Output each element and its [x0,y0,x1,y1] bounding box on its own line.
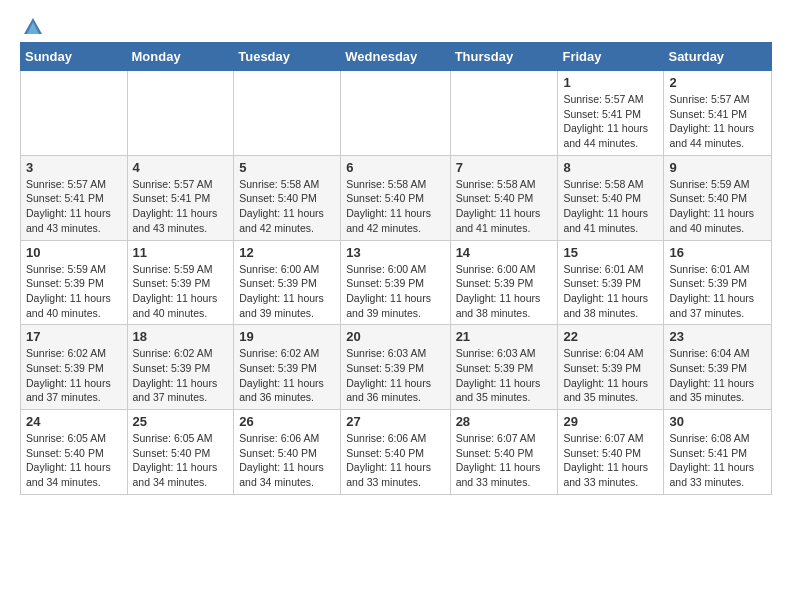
empty-day [341,71,450,156]
calendar-day-16: 16Sunrise: 6:01 AM Sunset: 5:39 PM Dayli… [664,240,772,325]
day-info: Sunrise: 5:59 AM Sunset: 5:39 PM Dayligh… [26,262,122,321]
weekday-header-sunday: Sunday [21,43,128,71]
calendar-day-10: 10Sunrise: 5:59 AM Sunset: 5:39 PM Dayli… [21,240,128,325]
empty-day [21,71,128,156]
day-number: 11 [133,245,229,260]
calendar-day-1: 1Sunrise: 5:57 AM Sunset: 5:41 PM Daylig… [558,71,664,156]
day-info: Sunrise: 6:01 AM Sunset: 5:39 PM Dayligh… [563,262,658,321]
day-info: Sunrise: 5:58 AM Sunset: 5:40 PM Dayligh… [346,177,444,236]
calendar-day-19: 19Sunrise: 6:02 AM Sunset: 5:39 PM Dayli… [234,325,341,410]
day-info: Sunrise: 6:02 AM Sunset: 5:39 PM Dayligh… [239,346,335,405]
logo [20,16,44,38]
day-number: 18 [133,329,229,344]
day-info: Sunrise: 5:59 AM Sunset: 5:40 PM Dayligh… [669,177,766,236]
day-number: 14 [456,245,553,260]
day-info: Sunrise: 6:07 AM Sunset: 5:40 PM Dayligh… [563,431,658,490]
day-number: 6 [346,160,444,175]
day-number: 29 [563,414,658,429]
calendar-week-row: 3Sunrise: 5:57 AM Sunset: 5:41 PM Daylig… [21,155,772,240]
calendar-week-row: 1Sunrise: 5:57 AM Sunset: 5:41 PM Daylig… [21,71,772,156]
day-number: 26 [239,414,335,429]
day-number: 28 [456,414,553,429]
calendar-day-20: 20Sunrise: 6:03 AM Sunset: 5:39 PM Dayli… [341,325,450,410]
day-info: Sunrise: 5:57 AM Sunset: 5:41 PM Dayligh… [26,177,122,236]
day-info: Sunrise: 6:03 AM Sunset: 5:39 PM Dayligh… [456,346,553,405]
day-info: Sunrise: 6:07 AM Sunset: 5:40 PM Dayligh… [456,431,553,490]
day-number: 5 [239,160,335,175]
weekday-header-monday: Monday [127,43,234,71]
calendar-day-24: 24Sunrise: 6:05 AM Sunset: 5:40 PM Dayli… [21,410,128,495]
day-number: 10 [26,245,122,260]
day-number: 25 [133,414,229,429]
day-info: Sunrise: 6:05 AM Sunset: 5:40 PM Dayligh… [26,431,122,490]
calendar-week-row: 24Sunrise: 6:05 AM Sunset: 5:40 PM Dayli… [21,410,772,495]
day-info: Sunrise: 5:57 AM Sunset: 5:41 PM Dayligh… [669,92,766,151]
calendar-day-22: 22Sunrise: 6:04 AM Sunset: 5:39 PM Dayli… [558,325,664,410]
calendar-day-28: 28Sunrise: 6:07 AM Sunset: 5:40 PM Dayli… [450,410,558,495]
day-number: 13 [346,245,444,260]
day-info: Sunrise: 6:00 AM Sunset: 5:39 PM Dayligh… [239,262,335,321]
calendar-day-5: 5Sunrise: 5:58 AM Sunset: 5:40 PM Daylig… [234,155,341,240]
day-number: 16 [669,245,766,260]
day-info: Sunrise: 5:57 AM Sunset: 5:41 PM Dayligh… [133,177,229,236]
page: SundayMondayTuesdayWednesdayThursdayFrid… [0,0,792,511]
calendar-table: SundayMondayTuesdayWednesdayThursdayFrid… [20,42,772,495]
calendar-day-11: 11Sunrise: 5:59 AM Sunset: 5:39 PM Dayli… [127,240,234,325]
weekday-header-wednesday: Wednesday [341,43,450,71]
day-info: Sunrise: 6:05 AM Sunset: 5:40 PM Dayligh… [133,431,229,490]
calendar-day-30: 30Sunrise: 6:08 AM Sunset: 5:41 PM Dayli… [664,410,772,495]
calendar-day-15: 15Sunrise: 6:01 AM Sunset: 5:39 PM Dayli… [558,240,664,325]
day-info: Sunrise: 5:58 AM Sunset: 5:40 PM Dayligh… [563,177,658,236]
day-number: 24 [26,414,122,429]
day-number: 2 [669,75,766,90]
weekday-header-row: SundayMondayTuesdayWednesdayThursdayFrid… [21,43,772,71]
calendar-day-25: 25Sunrise: 6:05 AM Sunset: 5:40 PM Dayli… [127,410,234,495]
calendar-day-2: 2Sunrise: 5:57 AM Sunset: 5:41 PM Daylig… [664,71,772,156]
day-number: 19 [239,329,335,344]
day-info: Sunrise: 6:00 AM Sunset: 5:39 PM Dayligh… [346,262,444,321]
calendar-day-21: 21Sunrise: 6:03 AM Sunset: 5:39 PM Dayli… [450,325,558,410]
day-info: Sunrise: 6:06 AM Sunset: 5:40 PM Dayligh… [239,431,335,490]
calendar-day-12: 12Sunrise: 6:00 AM Sunset: 5:39 PM Dayli… [234,240,341,325]
weekday-header-tuesday: Tuesday [234,43,341,71]
day-info: Sunrise: 5:58 AM Sunset: 5:40 PM Dayligh… [456,177,553,236]
day-number: 1 [563,75,658,90]
day-info: Sunrise: 6:06 AM Sunset: 5:40 PM Dayligh… [346,431,444,490]
calendar-day-26: 26Sunrise: 6:06 AM Sunset: 5:40 PM Dayli… [234,410,341,495]
day-number: 22 [563,329,658,344]
day-number: 12 [239,245,335,260]
calendar-week-row: 17Sunrise: 6:02 AM Sunset: 5:39 PM Dayli… [21,325,772,410]
calendar-day-18: 18Sunrise: 6:02 AM Sunset: 5:39 PM Dayli… [127,325,234,410]
day-info: Sunrise: 6:03 AM Sunset: 5:39 PM Dayligh… [346,346,444,405]
weekday-header-thursday: Thursday [450,43,558,71]
weekday-header-friday: Friday [558,43,664,71]
day-number: 3 [26,160,122,175]
logo-area [20,16,44,34]
day-info: Sunrise: 6:00 AM Sunset: 5:39 PM Dayligh… [456,262,553,321]
calendar-day-3: 3Sunrise: 5:57 AM Sunset: 5:41 PM Daylig… [21,155,128,240]
calendar-day-9: 9Sunrise: 5:59 AM Sunset: 5:40 PM Daylig… [664,155,772,240]
day-number: 30 [669,414,766,429]
calendar-day-17: 17Sunrise: 6:02 AM Sunset: 5:39 PM Dayli… [21,325,128,410]
empty-day [450,71,558,156]
calendar-week-row: 10Sunrise: 5:59 AM Sunset: 5:39 PM Dayli… [21,240,772,325]
day-number: 27 [346,414,444,429]
day-info: Sunrise: 6:02 AM Sunset: 5:39 PM Dayligh… [26,346,122,405]
calendar-day-29: 29Sunrise: 6:07 AM Sunset: 5:40 PM Dayli… [558,410,664,495]
day-info: Sunrise: 5:58 AM Sunset: 5:40 PM Dayligh… [239,177,335,236]
calendar-day-13: 13Sunrise: 6:00 AM Sunset: 5:39 PM Dayli… [341,240,450,325]
day-number: 4 [133,160,229,175]
day-info: Sunrise: 5:57 AM Sunset: 5:41 PM Dayligh… [563,92,658,151]
logo-icon [22,16,44,38]
day-info: Sunrise: 6:01 AM Sunset: 5:39 PM Dayligh… [669,262,766,321]
calendar-day-4: 4Sunrise: 5:57 AM Sunset: 5:41 PM Daylig… [127,155,234,240]
day-number: 17 [26,329,122,344]
day-number: 21 [456,329,553,344]
day-number: 23 [669,329,766,344]
day-info: Sunrise: 6:02 AM Sunset: 5:39 PM Dayligh… [133,346,229,405]
empty-day [127,71,234,156]
calendar-day-14: 14Sunrise: 6:00 AM Sunset: 5:39 PM Dayli… [450,240,558,325]
calendar-day-23: 23Sunrise: 6:04 AM Sunset: 5:39 PM Dayli… [664,325,772,410]
weekday-header-saturday: Saturday [664,43,772,71]
calendar-day-27: 27Sunrise: 6:06 AM Sunset: 5:40 PM Dayli… [341,410,450,495]
